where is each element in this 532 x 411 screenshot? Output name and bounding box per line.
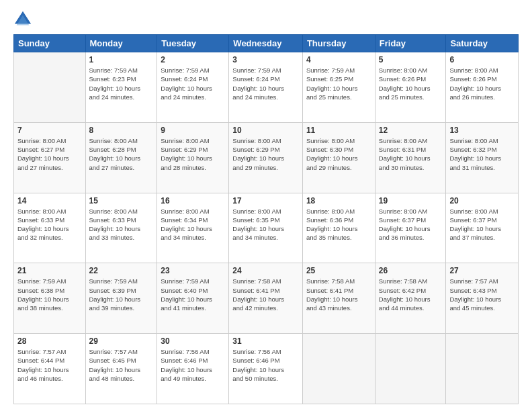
day-info: Sunrise: 8:00 AM Sunset: 6:33 PM Dayligh… (89, 207, 154, 242)
day-info: Sunrise: 7:59 AM Sunset: 6:23 PM Dayligh… (89, 66, 154, 101)
day-number: 30 (161, 336, 225, 346)
weekday-header-tuesday: Tuesday (157, 35, 229, 52)
day-number: 27 (449, 266, 515, 275)
calendar-cell (302, 334, 375, 404)
weekday-header-friday: Friday (375, 35, 446, 52)
day-number: 15 (89, 196, 154, 205)
calendar-week-5: 28Sunrise: 7:57 AM Sunset: 6:44 PM Dayli… (14, 334, 519, 404)
day-info: Sunrise: 8:00 AM Sunset: 6:27 PM Dayligh… (17, 136, 82, 172)
calendar-cell: 27Sunrise: 7:57 AM Sunset: 6:43 PM Dayli… (446, 263, 519, 334)
calendar-cell: 25Sunrise: 7:58 AM Sunset: 6:41 PM Dayli… (302, 263, 375, 334)
calendar-cell: 2Sunrise: 7:59 AM Sunset: 6:24 PM Daylig… (157, 52, 229, 123)
day-info: Sunrise: 8:00 AM Sunset: 6:36 PM Dayligh… (306, 207, 371, 242)
day-info: Sunrise: 8:00 AM Sunset: 6:34 PM Dayligh… (161, 207, 225, 242)
calendar-cell: 21Sunrise: 7:59 AM Sunset: 6:38 PM Dayli… (14, 263, 86, 334)
weekday-header-monday: Monday (85, 35, 157, 52)
calendar-table: SundayMondayTuesdayWednesdayThursdayFrid… (13, 34, 519, 404)
day-number: 13 (449, 126, 515, 135)
calendar-cell: 9Sunrise: 8:00 AM Sunset: 6:29 PM Daylig… (157, 122, 229, 193)
header (13, 10, 519, 29)
day-info: Sunrise: 7:59 AM Sunset: 6:38 PM Dayligh… (17, 277, 82, 312)
day-info: Sunrise: 7:57 AM Sunset: 6:43 PM Dayligh… (449, 277, 515, 312)
calendar-cell (446, 334, 519, 404)
calendar-week-2: 7Sunrise: 8:00 AM Sunset: 6:27 PM Daylig… (14, 122, 519, 193)
weekday-header-thursday: Thursday (302, 35, 375, 52)
calendar-page: SundayMondayTuesdayWednesdayThursdayFrid… (0, 0, 532, 411)
logo (13, 10, 34, 29)
day-number: 11 (306, 126, 371, 135)
day-number: 2 (161, 55, 225, 64)
day-info: Sunrise: 7:59 AM Sunset: 6:24 PM Dayligh… (161, 66, 225, 101)
day-number: 1 (89, 55, 154, 64)
calendar-cell: 3Sunrise: 7:59 AM Sunset: 6:24 PM Daylig… (229, 52, 303, 123)
day-number: 4 (306, 55, 371, 64)
day-info: Sunrise: 7:59 AM Sunset: 6:39 PM Dayligh… (89, 277, 154, 312)
calendar-cell: 22Sunrise: 7:59 AM Sunset: 6:39 PM Dayli… (85, 263, 157, 334)
calendar-cell: 5Sunrise: 8:00 AM Sunset: 6:26 PM Daylig… (375, 52, 446, 123)
day-info: Sunrise: 8:00 AM Sunset: 6:33 PM Dayligh… (17, 207, 82, 242)
day-number: 6 (449, 55, 515, 64)
calendar-week-3: 14Sunrise: 8:00 AM Sunset: 6:33 PM Dayli… (14, 193, 519, 263)
day-info: Sunrise: 7:57 AM Sunset: 6:45 PM Dayligh… (89, 347, 154, 383)
calendar-cell: 24Sunrise: 7:58 AM Sunset: 6:41 PM Dayli… (229, 263, 303, 334)
calendar-week-4: 21Sunrise: 7:59 AM Sunset: 6:38 PM Dayli… (14, 263, 519, 334)
calendar-cell: 12Sunrise: 8:00 AM Sunset: 6:31 PM Dayli… (375, 122, 446, 193)
day-number: 24 (232, 266, 299, 275)
calendar-cell: 19Sunrise: 8:00 AM Sunset: 6:37 PM Dayli… (375, 193, 446, 263)
day-info: Sunrise: 7:58 AM Sunset: 6:42 PM Dayligh… (379, 277, 443, 312)
day-info: Sunrise: 7:59 AM Sunset: 6:40 PM Dayligh… (161, 277, 225, 312)
day-info: Sunrise: 8:00 AM Sunset: 6:32 PM Dayligh… (449, 136, 515, 172)
calendar-cell: 7Sunrise: 8:00 AM Sunset: 6:27 PM Daylig… (14, 122, 86, 193)
weekday-header-sunday: Sunday (14, 35, 86, 52)
day-number: 29 (89, 336, 154, 346)
day-number: 18 (306, 196, 371, 205)
calendar-cell: 23Sunrise: 7:59 AM Sunset: 6:40 PM Dayli… (157, 263, 229, 334)
day-number: 17 (232, 196, 299, 205)
weekday-header-saturday: Saturday (446, 35, 519, 52)
day-number: 14 (17, 196, 82, 205)
day-number: 20 (449, 196, 515, 205)
day-number: 31 (232, 336, 299, 346)
day-number: 26 (379, 266, 443, 275)
calendar-cell: 13Sunrise: 8:00 AM Sunset: 6:32 PM Dayli… (446, 122, 519, 193)
day-number: 8 (89, 126, 154, 135)
day-info: Sunrise: 8:00 AM Sunset: 6:30 PM Dayligh… (306, 136, 371, 172)
day-info: Sunrise: 8:00 AM Sunset: 6:28 PM Dayligh… (89, 136, 154, 172)
calendar-cell: 30Sunrise: 7:56 AM Sunset: 6:46 PM Dayli… (157, 334, 229, 404)
day-number: 16 (161, 196, 225, 205)
calendar-cell: 17Sunrise: 8:00 AM Sunset: 6:35 PM Dayli… (229, 193, 303, 263)
day-info: Sunrise: 8:00 AM Sunset: 6:26 PM Dayligh… (379, 66, 443, 101)
day-info: Sunrise: 7:56 AM Sunset: 6:46 PM Dayligh… (232, 347, 299, 383)
calendar-cell: 18Sunrise: 8:00 AM Sunset: 6:36 PM Dayli… (302, 193, 375, 263)
day-number: 25 (306, 266, 371, 275)
day-info: Sunrise: 8:00 AM Sunset: 6:37 PM Dayligh… (379, 207, 443, 242)
calendar-cell: 6Sunrise: 8:00 AM Sunset: 6:26 PM Daylig… (446, 52, 519, 123)
calendar-cell: 1Sunrise: 7:59 AM Sunset: 6:23 PM Daylig… (85, 52, 157, 123)
calendar-cell: 28Sunrise: 7:57 AM Sunset: 6:44 PM Dayli… (14, 334, 86, 404)
logo-icon (13, 10, 32, 29)
day-number: 7 (17, 126, 82, 135)
calendar-cell: 31Sunrise: 7:56 AM Sunset: 6:46 PM Dayli… (229, 334, 303, 404)
day-number: 3 (232, 55, 299, 64)
day-number: 21 (17, 266, 82, 275)
calendar-week-1: 1Sunrise: 7:59 AM Sunset: 6:23 PM Daylig… (14, 52, 519, 123)
calendar-cell: 15Sunrise: 8:00 AM Sunset: 6:33 PM Dayli… (85, 193, 157, 263)
day-info: Sunrise: 7:57 AM Sunset: 6:44 PM Dayligh… (17, 347, 82, 383)
day-number: 12 (379, 126, 443, 135)
calendar-cell: 4Sunrise: 7:59 AM Sunset: 6:25 PM Daylig… (302, 52, 375, 123)
day-info: Sunrise: 7:56 AM Sunset: 6:46 PM Dayligh… (161, 347, 225, 383)
calendar-cell: 29Sunrise: 7:57 AM Sunset: 6:45 PM Dayli… (85, 334, 157, 404)
day-number: 5 (379, 55, 443, 64)
day-number: 19 (379, 196, 443, 205)
day-number: 9 (161, 126, 225, 135)
day-info: Sunrise: 8:00 AM Sunset: 6:31 PM Dayligh… (379, 136, 443, 172)
day-info: Sunrise: 8:00 AM Sunset: 6:29 PM Dayligh… (161, 136, 225, 172)
calendar-cell: 8Sunrise: 8:00 AM Sunset: 6:28 PM Daylig… (85, 122, 157, 193)
weekday-header-wednesday: Wednesday (229, 35, 303, 52)
day-info: Sunrise: 7:59 AM Sunset: 6:24 PM Dayligh… (232, 66, 299, 101)
calendar-cell: 16Sunrise: 8:00 AM Sunset: 6:34 PM Dayli… (157, 193, 229, 263)
calendar-cell: 14Sunrise: 8:00 AM Sunset: 6:33 PM Dayli… (14, 193, 86, 263)
day-info: Sunrise: 8:00 AM Sunset: 6:35 PM Dayligh… (232, 207, 299, 242)
weekday-header-row: SundayMondayTuesdayWednesdayThursdayFrid… (14, 35, 519, 52)
day-info: Sunrise: 8:00 AM Sunset: 6:37 PM Dayligh… (449, 207, 515, 242)
